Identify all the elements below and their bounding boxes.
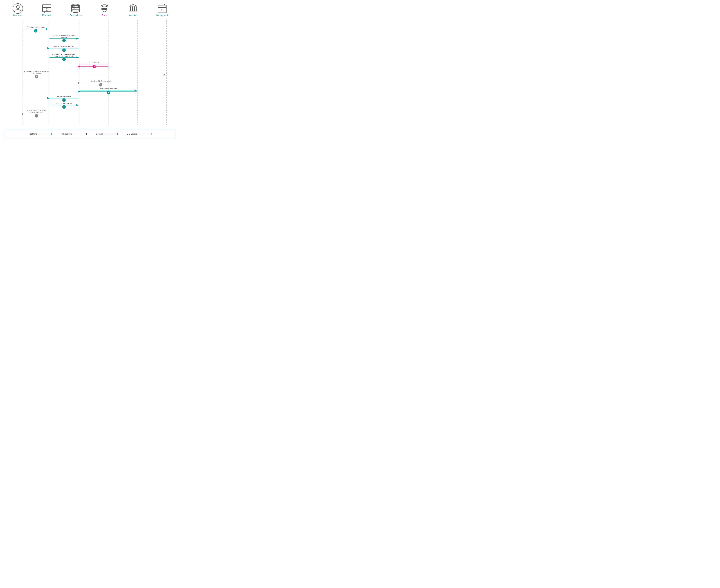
acquirer-label: Acquirer	[129, 14, 137, 17]
step-1-circle	[34, 29, 37, 33]
fraud-label: Fraud	[102, 14, 107, 17]
actor-customer: Customer	[8, 3, 28, 17]
legend-realtime: Real-time	[28, 133, 52, 135]
message-2-label-1: Sends Create hosted checkout	[53, 35, 75, 37]
step-1-num: 1	[35, 30, 36, 32]
svg-text:€: €	[161, 8, 163, 12]
fraud-box	[79, 64, 109, 69]
step-10-circle	[35, 114, 38, 118]
step-9-num: 9	[64, 106, 64, 108]
svg-point-22	[105, 9, 106, 10]
merchant-label: Merchant	[42, 14, 51, 17]
legend-optional: Optional	[96, 133, 118, 135]
svg-rect-25	[130, 6, 131, 11]
svg-marker-24	[129, 4, 137, 6]
svg-rect-26	[132, 6, 133, 11]
customer-label: Customer	[13, 14, 23, 17]
message-2-label-2: request	[61, 37, 67, 39]
message-10-label-2: redirects customer	[29, 111, 43, 113]
legend: Real-time Not real-time Optional 3-D Sec…	[5, 130, 175, 138]
step-4-num: 4	[64, 59, 64, 60]
legend-3dsecure-arrow	[139, 134, 152, 134]
step-9-circle	[62, 105, 66, 109]
step-6-num: 6	[100, 84, 101, 86]
step-4prime-num: 4'	[94, 66, 95, 68]
message-7-label: Processes transaction	[100, 87, 117, 89]
message-6-label: Receives 3-D Secure result	[91, 80, 111, 82]
step-5-num: 5	[36, 76, 37, 78]
step-5-circle	[35, 75, 38, 79]
message-8-label: Redirects customer	[57, 96, 72, 98]
step-6-circle	[99, 83, 102, 86]
legend-3dsecure: 3-D Secure	[127, 133, 152, 135]
actor-acquirer: Acquirer	[123, 3, 143, 17]
message-4-label-2: page to enter card details	[55, 55, 74, 57]
actor-fraud: Fraud	[94, 3, 115, 17]
merchant-icon: €	[41, 3, 52, 14]
legend-optional-label: Optional	[96, 133, 103, 135]
svg-point-21	[103, 9, 104, 10]
step-2-circle	[62, 39, 66, 42]
sequence-svg: Goes to check-out page 1 Sends Create ho…	[5, 20, 175, 125]
platform-icon	[70, 3, 81, 14]
step-4-circle	[62, 58, 66, 61]
step-2-num: 2	[64, 40, 64, 41]
actor-platform: Our platform	[65, 3, 86, 17]
message-5-label-2: 3-D Secure	[32, 72, 41, 74]
legend-realtime-arrow	[39, 134, 52, 134]
diagram-container: Customer € Merchant	[0, 0, 180, 141]
legend-not-realtime-label: Not real-time	[61, 133, 72, 135]
message-5-label-1: Is redirected by PSP to issuer for	[24, 70, 49, 72]
step-3-num: 3	[64, 49, 64, 51]
message-4-label-1: Redirects customer to payment	[53, 54, 76, 55]
svg-point-1	[16, 5, 19, 9]
svg-rect-27	[134, 6, 135, 11]
actors-row: Customer € Merchant	[5, 3, 175, 17]
message-9-label: Gets transaction result	[56, 102, 72, 104]
step-7-num: 7	[108, 92, 109, 94]
step-4prime-circle	[93, 65, 96, 68]
legend-not-realtime-arrow	[74, 134, 86, 134]
step-8-circle	[62, 99, 66, 102]
message-1-label: Goes to check-out page	[27, 26, 45, 28]
actor-issuing: € Issuing bank	[152, 3, 172, 17]
customer-icon	[13, 3, 23, 14]
legend-optional-arrow	[105, 134, 118, 134]
step-10-num: 10	[36, 115, 37, 117]
message-3-label: Gets partial redirection URL	[54, 45, 75, 47]
issuing-label: Issuing bank	[156, 14, 168, 17]
issuing-icon: €	[157, 3, 167, 14]
fraud-label-text: Fraud check	[89, 61, 99, 63]
legend-3dsecure-label: 3-D Secure	[127, 133, 137, 135]
step-3-circle	[62, 48, 66, 52]
svg-text:€: €	[46, 7, 48, 12]
platform-label: Our platform	[69, 14, 82, 17]
actor-merchant: € Merchant	[37, 3, 57, 17]
svg-rect-20	[102, 8, 107, 9]
svg-rect-10	[72, 7, 80, 9]
step-8-num: 8	[64, 99, 64, 101]
legend-not-realtime: Not real-time	[61, 133, 86, 135]
acquirer-icon	[128, 3, 139, 14]
sequence-area: Goes to check-out page 1 Sends Create ho…	[5, 20, 175, 125]
message-10-label-1: Returns payment results &	[26, 109, 46, 111]
fraud-icon	[99, 3, 110, 14]
svg-rect-28	[136, 6, 137, 11]
step-7-circle	[106, 91, 110, 94]
legend-realtime-label: Real-time	[28, 133, 37, 135]
